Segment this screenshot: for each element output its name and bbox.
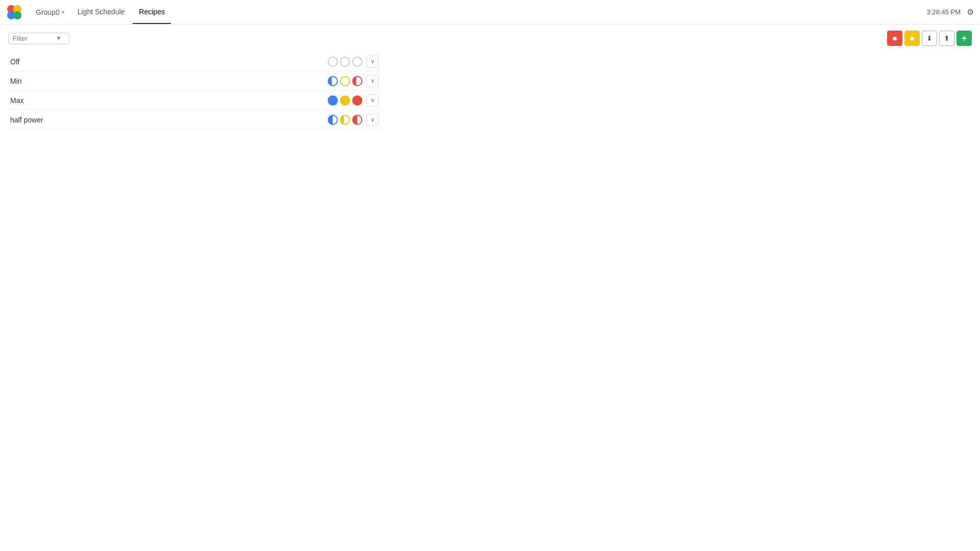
circle-1-min [328, 76, 338, 86]
circle-1-halfpower [328, 115, 338, 125]
svg-point-3 [13, 11, 21, 19]
filter-input[interactable] [13, 35, 54, 42]
circle-3-off [352, 57, 362, 67]
expand-halfpower[interactable]: ∨ [366, 114, 379, 126]
app-logo [6, 4, 22, 20]
nav-tabs: Group0 ▾ Light Schedule Recipes [31, 0, 171, 24]
toolbar: ▼ ■ ■ ⬇ ⬆ + [8, 31, 972, 46]
expand-max[interactable]: ∨ [366, 94, 379, 107]
export-button[interactable]: ⬆ [939, 31, 954, 46]
color-circles-off [328, 57, 362, 67]
add-recipe-button[interactable]: + [957, 31, 972, 46]
circle-1-max [328, 95, 338, 106]
recipe-name-halfpower: half power [10, 116, 328, 124]
recipe-row[interactable]: Off ∨ [8, 52, 381, 71]
recipe-name-max: Max [10, 96, 328, 105]
nav-right: 3:28:45 PM ⚙ [927, 7, 974, 17]
circle-2-off [340, 57, 350, 67]
main-content: ▼ ■ ■ ⬇ ⬆ + Off [0, 24, 980, 136]
circle-1-off [328, 57, 338, 67]
recipe-row[interactable]: Min ∨ [8, 71, 381, 91]
tab-recipes[interactable]: Recipes [133, 0, 171, 24]
settings-button[interactable]: ⚙ [967, 7, 974, 17]
recipe-name-off: Off [10, 58, 328, 66]
circle-2-min [340, 76, 350, 86]
color-circles-max [328, 95, 362, 106]
group-label: Group0 [36, 8, 60, 16]
gear-icon: ⚙ [967, 7, 974, 17]
add-icon: + [962, 33, 967, 44]
circle-3-halfpower [352, 115, 362, 125]
circle-3-min [352, 76, 362, 86]
edit-button[interactable]: ■ [904, 31, 920, 46]
delete-button[interactable]: ■ [887, 31, 902, 46]
chevron-down-icon: ∨ [371, 116, 375, 123]
expand-min[interactable]: ∨ [366, 75, 379, 87]
color-circles-min [328, 76, 362, 86]
chevron-down-icon: ∨ [371, 97, 375, 104]
recipe-row[interactable]: Max ∨ [8, 91, 381, 110]
export-icon: ⬆ [944, 34, 950, 42]
circle-3-max [352, 95, 362, 106]
navbar: Group0 ▾ Light Schedule Recipes 3:28:45 … [0, 0, 980, 24]
circle-2-halfpower [340, 115, 350, 125]
toolbar-buttons: ■ ■ ⬇ ⬆ + [887, 31, 972, 46]
group-tab[interactable]: Group0 ▾ [31, 0, 69, 24]
import-button[interactable]: ⬇ [922, 31, 937, 46]
tab-light-schedule[interactable]: Light Schedule [71, 0, 131, 24]
chevron-down-icon: ∨ [371, 78, 375, 84]
recipe-name-min: Min [10, 77, 328, 85]
edit-icon: ■ [910, 34, 914, 42]
circle-2-max [340, 95, 350, 106]
filter-icon: ▼ [56, 35, 62, 42]
recipe-row[interactable]: half power ∨ [8, 110, 381, 130]
filter-wrap[interactable]: ▼ [8, 33, 69, 44]
expand-off[interactable]: ∨ [366, 56, 379, 68]
recipe-list: Off ∨ Min ∨ Max [8, 52, 381, 130]
time-display: 3:28:45 PM [927, 8, 961, 16]
import-icon: ⬇ [926, 34, 933, 42]
delete-icon: ■ [893, 34, 897, 42]
chevron-down-icon: ∨ [371, 58, 375, 65]
group-chevron: ▾ [62, 9, 64, 15]
color-circles-halfpower [328, 115, 362, 125]
